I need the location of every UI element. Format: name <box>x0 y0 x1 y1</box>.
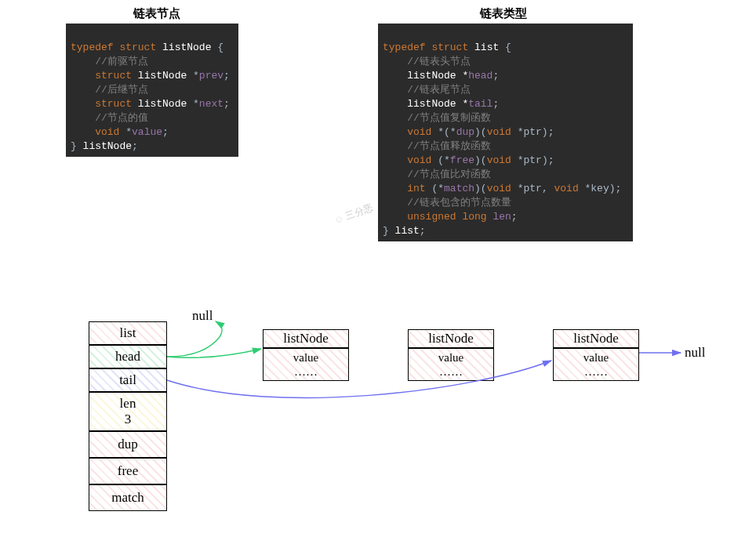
node1-dots: …… <box>294 365 318 379</box>
node1-title: listNode <box>263 329 349 348</box>
node2-value: value <box>438 350 463 365</box>
code-block-listnode: typedef struct listNode { //前驱节点 struct … <box>66 24 238 157</box>
node2-body: value …… <box>408 348 494 381</box>
struct-cell-tail: tail <box>89 368 167 392</box>
code-block-list: typedef struct list { //链表头节点 listNode *… <box>378 24 633 241</box>
title-list-type: 链表类型 <box>480 6 527 21</box>
null-right: null <box>685 345 705 361</box>
null-left: null <box>192 308 213 324</box>
node2-dots: …… <box>439 365 463 379</box>
node3-body: value …… <box>553 348 639 381</box>
node1-value: value <box>293 350 318 365</box>
len-value: 3 <box>125 412 132 427</box>
struct-cell-match: match <box>89 484 167 511</box>
node3-value: value <box>583 350 609 365</box>
len-label: len <box>120 396 136 412</box>
struct-cell-dup: dup <box>89 431 167 458</box>
title-list-node: 链表节点 <box>133 6 180 21</box>
struct-cell-head: head <box>89 345 167 368</box>
watermark: 三分恶 <box>333 201 375 228</box>
node2-title: listNode <box>408 329 494 348</box>
struct-cell-len: len 3 <box>89 392 167 431</box>
struct-cell-list: list <box>89 321 167 345</box>
node3-dots: …… <box>584 365 608 379</box>
node1-body: value …… <box>263 348 349 381</box>
node3-title: listNode <box>553 329 639 348</box>
struct-cell-free: free <box>89 458 167 484</box>
